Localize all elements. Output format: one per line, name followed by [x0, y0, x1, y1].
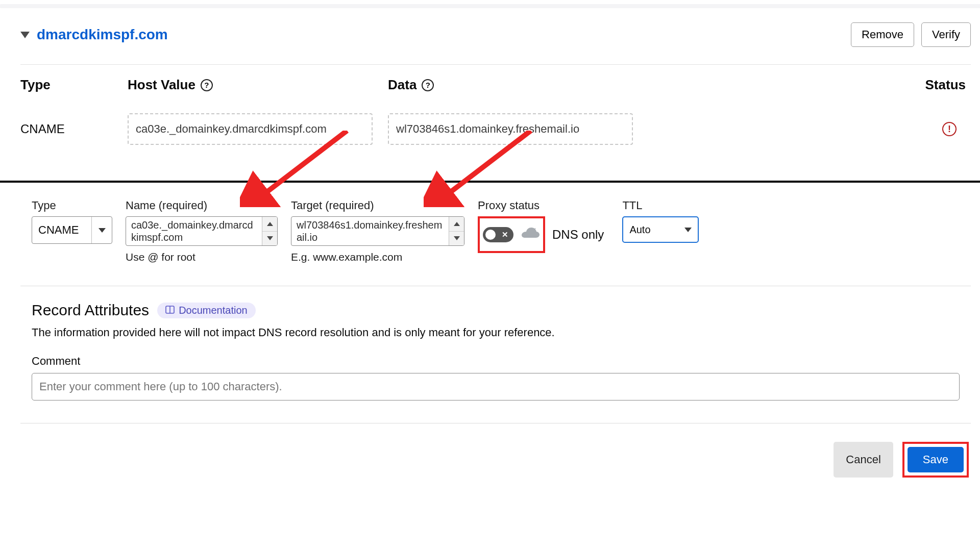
ttl-select-value: Auto [629, 224, 650, 236]
cancel-button[interactable]: Cancel [834, 442, 893, 478]
type-select-value: CNAME [32, 217, 91, 243]
spinner-down-button[interactable] [449, 232, 464, 246]
records-header-row: Type Host Value ? Data ? Status [20, 65, 971, 93]
cloud-icon [521, 227, 540, 243]
domain-name-link[interactable]: dmarcdkimspf.com [37, 27, 168, 43]
domain-header: dmarcdkimspf.com Remove Verify [20, 8, 971, 52]
type-field: Type CNAME [32, 199, 112, 244]
comment-label: Comment [32, 355, 960, 368]
help-icon[interactable]: ? [422, 79, 434, 91]
remove-button[interactable]: Remove [851, 22, 914, 47]
chevron-down-icon [684, 228, 692, 232]
spinner-up-button[interactable] [262, 217, 277, 232]
x-icon: ✕ [502, 230, 508, 239]
col-host-header: Host Value [128, 77, 195, 93]
dns-edit-form-row: Type CNAME Name (required) ca03e._domain… [20, 187, 971, 284]
target-input-value: wl703846s1.domainkey.freshemail.io [297, 219, 444, 243]
record-type-value: CNAME [20, 122, 128, 136]
record-attributes-heading: Record Attributes [32, 302, 149, 319]
annotation-arrow-icon [240, 131, 357, 207]
col-status-header: Status [648, 77, 971, 93]
col-type-header: Type [20, 77, 128, 93]
ttl-field: TTL Auto [622, 199, 699, 243]
spinner-down-button[interactable] [262, 232, 277, 246]
chevron-down-icon [91, 217, 112, 243]
target-input[interactable]: wl703846s1.domainkey.freshemail.io [291, 216, 464, 246]
save-button[interactable]: Save [908, 447, 964, 472]
documentation-badge[interactable]: Documentation [157, 303, 256, 318]
col-data-header: Data [388, 77, 416, 93]
record-attributes-description: The information provided here will not i… [32, 326, 960, 339]
book-icon [165, 305, 175, 316]
caret-down-icon[interactable] [20, 32, 30, 38]
name-field: Name (required) ca03e._domainkey.dmarcdk… [126, 199, 278, 263]
comment-input[interactable] [32, 373, 960, 400]
target-field: Target (required) wl703846s1.domainkey.f… [291, 199, 464, 263]
help-icon[interactable]: ? [201, 79, 213, 91]
ttl-label: TTL [622, 199, 699, 212]
svg-line-1 [260, 131, 347, 197]
type-label: Type [32, 199, 112, 212]
target-hint: E.g. www.example.com [291, 251, 464, 263]
verify-button[interactable]: Verify [921, 22, 971, 47]
proxy-status-text: DNS only [552, 228, 604, 242]
name-input[interactable]: ca03e._domainkey.dmarcdkimspf.com [126, 216, 278, 246]
type-select[interactable]: CNAME [32, 216, 112, 244]
annotation-highlight-box: ✕ [478, 216, 545, 253]
warning-icon: ! [942, 122, 957, 136]
name-hint: Use @ for root [126, 251, 278, 263]
annotation-arrow-icon [424, 131, 541, 207]
spinner-up-button[interactable] [449, 217, 464, 232]
svg-line-3 [444, 131, 531, 197]
ttl-select[interactable]: Auto [622, 216, 699, 243]
proxy-toggle[interactable]: ✕ [483, 227, 513, 242]
name-input-value: ca03e._domainkey.dmarcdkimspf.com [131, 219, 257, 243]
documentation-label: Documentation [179, 305, 248, 316]
annotation-highlight-box: Save [902, 442, 969, 478]
